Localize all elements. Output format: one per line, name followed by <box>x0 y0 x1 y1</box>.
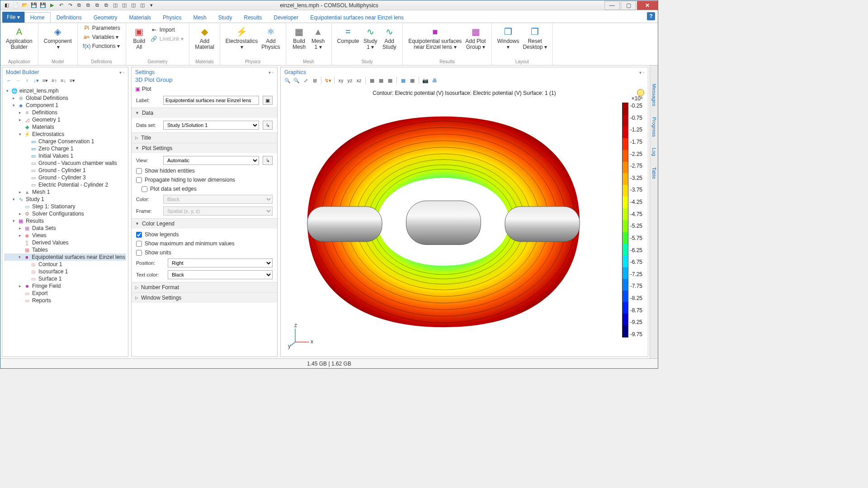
tree-item[interactable]: ◎Contour 1 <box>4 261 126 268</box>
tree-item[interactable]: ▭Zero Charge 1 <box>4 145 126 152</box>
mesh1-button[interactable]: ▲Mesh 1 ▾ <box>309 24 328 50</box>
reset-desktop-button[interactable]: ❐Reset Desktop ▾ <box>521 24 548 50</box>
tree-item[interactable]: ∑Derived Values <box>4 239 126 246</box>
qat-redo-icon[interactable]: ↷ <box>66 2 74 9</box>
tab-results[interactable]: Results <box>238 12 268 23</box>
livelink-button[interactable]: 🔗LiveLink ▾ <box>149 35 185 43</box>
qat-saveall-icon[interactable]: 💾 <box>39 2 47 9</box>
mb-show-icon[interactable]: ≡↓ <box>59 76 67 84</box>
print-icon[interactable]: 🖶 <box>430 76 439 84</box>
zoom-box-icon[interactable]: ⊞ <box>311 76 319 84</box>
section-plot-settings-header[interactable]: ▼Plot Settings <box>132 143 277 153</box>
tree-item[interactable]: ◆Materials <box>4 123 126 131</box>
window-maximize-button[interactable]: ▢ <box>621 1 636 10</box>
view-select[interactable]: Automatic <box>163 156 259 165</box>
xy-icon[interactable]: xy <box>337 76 345 84</box>
label-input[interactable] <box>163 96 259 105</box>
show-hidden-checkbox[interactable] <box>136 168 142 174</box>
dataset-select[interactable]: Study 1/Solution 1 <box>163 121 259 130</box>
tree-item[interactable]: ▾🌐einzel_lens.mph <box>4 87 126 94</box>
plot-edges-checkbox[interactable] <box>142 186 147 192</box>
qat-open-icon[interactable]: 📂 <box>21 2 28 9</box>
qat-paste-icon[interactable]: ⧉ <box>85 2 92 9</box>
mb-back-icon[interactable]: ← <box>5 76 13 84</box>
side-tab-log[interactable]: Log <box>651 148 657 156</box>
qat-run-icon[interactable]: ▶ <box>48 2 56 9</box>
qat-new-icon[interactable]: 📄 <box>12 2 19 9</box>
show-minmax-checkbox[interactable] <box>136 241 142 247</box>
qat-b2-icon[interactable]: ◫ <box>121 2 128 9</box>
qat-del-icon[interactable]: ⧉ <box>103 2 110 9</box>
tree-item[interactable]: ▸■Fringe Field <box>4 282 126 290</box>
show-legends-checkbox[interactable] <box>136 232 142 238</box>
tree-item[interactable]: ▾⚡Electrostatics <box>4 131 126 138</box>
tree-item[interactable]: ▸◉Views <box>4 232 126 239</box>
qat-undo-icon[interactable]: ↶ <box>57 2 65 9</box>
zoom-out-icon[interactable]: 🔍 <box>292 76 301 84</box>
tree-item[interactable]: ▸⚙Solver Configurations <box>4 210 126 217</box>
label-goto-button[interactable]: ▣ <box>263 96 273 105</box>
zoom-in-icon[interactable]: 🔍 <box>283 76 292 84</box>
side-tab-table[interactable]: Table <box>651 167 657 179</box>
grid-icon[interactable]: ▦ <box>368 76 376 84</box>
tab-geometry[interactable]: Geometry <box>88 12 123 23</box>
tab-study[interactable]: Study <box>212 12 238 23</box>
tree-item[interactable]: ▭Reports <box>4 297 126 304</box>
zoom-ext-icon[interactable]: ⤢ <box>302 76 310 84</box>
tree-item[interactable]: ▸▲Mesh 1 <box>4 188 126 196</box>
tree-item[interactable]: ▦Tables <box>4 246 126 253</box>
tree-item[interactable]: ▸▦Data Sets <box>4 225 126 232</box>
mb-down-icon[interactable]: ↓▾ <box>32 76 40 84</box>
compute-button[interactable]: =Compute <box>335 24 361 50</box>
qat-save-icon[interactable]: 💾 <box>30 2 38 9</box>
tree-item[interactable]: ▸◿Geometry 1 <box>4 116 126 123</box>
tab-materials[interactable]: Materials <box>123 12 157 23</box>
qat-b1-icon[interactable]: ◫ <box>112 2 119 9</box>
application-builder-button[interactable]: AApplication Builder <box>4 24 34 50</box>
panel-menu-icon[interactable]: ▾ ▫ <box>639 70 644 75</box>
electrostatics-button[interactable]: ⚡Electrostatics ▾ <box>224 24 259 50</box>
build-mesh-button[interactable]: ▦Build Mesh <box>290 24 309 50</box>
section-color-legend-header[interactable]: ▼Color Legend <box>132 219 277 229</box>
graphics-canvas[interactable]: Contour: Electric potential (V) Isosurfa… <box>281 86 648 357</box>
tree-item[interactable]: ▾◈Component 1 <box>4 102 126 109</box>
tree-item[interactable]: ▸≡Definitions <box>4 109 126 116</box>
orbit-icon[interactable]: ↯▾ <box>324 76 332 84</box>
textcolor-select[interactable]: Black <box>168 270 273 279</box>
window-close-button[interactable]: ✕ <box>637 1 658 10</box>
variables-button[interactable]: a=Variables ▾ <box>81 33 122 41</box>
tree-item[interactable]: ▸⊕Global Definitions <box>4 94 126 102</box>
component-button[interactable]: ◈Component ▾ <box>42 24 74 50</box>
tab-home[interactable]: Home <box>24 12 51 23</box>
add-study-button[interactable]: ∿Add Study <box>380 24 399 50</box>
mb-coll-icon[interactable]: ≡▾ <box>41 76 49 84</box>
tree-item[interactable]: ▭Ground - Cylinder 3 <box>4 174 126 181</box>
tree-item[interactable]: ▭Ground - Cylinder 1 <box>4 167 126 174</box>
sel-icon[interactable]: ▦ <box>377 76 385 84</box>
tree-item[interactable]: ▾∿Study 1 <box>4 196 126 203</box>
tree-item[interactable]: ▾▦Results <box>4 217 126 225</box>
tab-mesh[interactable]: Mesh <box>187 12 212 23</box>
side-tab-progress[interactable]: Progress <box>651 117 657 137</box>
window-minimize-button[interactable]: — <box>604 1 620 10</box>
windows-button[interactable]: ❐Windows ▾ <box>495 24 521 50</box>
tab-plot-group[interactable]: Equipotential surfaces near Einzel lens <box>304 12 410 23</box>
qat-dup-icon[interactable]: ⧉ <box>94 2 101 9</box>
mb-fwd-icon[interactable]: → <box>14 76 22 84</box>
side-tab-messages[interactable]: Messages <box>651 84 657 106</box>
parameters-button[interactable]: PiParameters <box>81 24 122 32</box>
tree-item[interactable]: ▭Electric Potential - Cylinder 2 <box>4 181 126 188</box>
mb-more-icon[interactable]: ≡▾ <box>68 76 76 84</box>
import-button[interactable]: ⇤Import <box>149 26 185 34</box>
functions-button[interactable]: f(x)Functions ▾ <box>81 42 122 50</box>
build-all-button[interactable]: ▣Build All <box>130 24 149 50</box>
propagate-checkbox[interactable] <box>136 177 142 183</box>
mesh-icon[interactable]: ▦ <box>386 76 394 84</box>
tree-item[interactable]: ▭Initial Values 1 <box>4 152 126 160</box>
trans-icon[interactable]: ▦ <box>399 76 407 84</box>
qat-b4-icon[interactable]: ◫ <box>139 2 146 9</box>
tree-item[interactable]: ◎Isosurface 1 <box>4 268 126 275</box>
model-tree[interactable]: ▾🌐einzel_lens.mph▸⊕Global Definitions▾◈C… <box>2 86 128 357</box>
tree-item[interactable]: ▭Charge Conservation 1 <box>4 138 126 145</box>
help-button[interactable]: ? <box>647 12 655 20</box>
